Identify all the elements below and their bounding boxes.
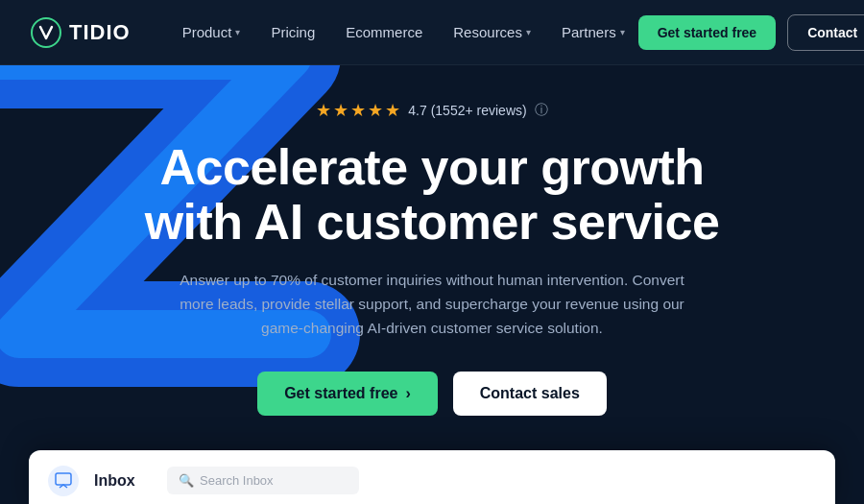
chevron-down-icon: ▾ <box>620 27 625 37</box>
logo[interactable]: TIDIO <box>31 17 131 48</box>
star-3: ★ <box>350 100 366 121</box>
info-icon: ⓘ <box>535 102 548 119</box>
tidio-logo-icon <box>31 17 61 48</box>
chevron-down-icon: ▾ <box>526 27 531 37</box>
arrow-icon: › <box>405 385 410 402</box>
hero-content: ★ ★ ★ ★ ★ 4.7 (1552+ reviews) ⓘ Accelera… <box>58 100 806 450</box>
nav-item-resources[interactable]: Resources ▾ <box>440 16 544 48</box>
star-4: ★ <box>368 100 383 121</box>
nav-item-pricing[interactable]: Pricing <box>257 16 328 48</box>
inbox-search-bar[interactable]: 🔍 Search Inbox <box>167 467 359 494</box>
hero-buttons: Get started free › Contact sales <box>257 372 607 416</box>
nav-get-started-button[interactable]: Get started free <box>638 15 776 50</box>
star-5: ★ <box>385 100 400 121</box>
star-1: ★ <box>316 100 331 121</box>
star-rating: ★ ★ ★ ★ ★ <box>316 100 400 121</box>
hero-get-started-button[interactable]: Get started free › <box>257 372 438 416</box>
inbox-preview-bar: Inbox 🔍 Search Inbox <box>29 450 835 504</box>
search-icon: 🔍 <box>179 473 194 488</box>
nav-contact-button[interactable]: Contact <box>787 14 864 51</box>
svg-rect-1 <box>56 473 71 485</box>
rating-score: 4.7 (1552+ reviews) <box>408 103 526 118</box>
rating-row: ★ ★ ★ ★ ★ 4.7 (1552+ reviews) ⓘ <box>316 100 547 121</box>
svg-point-0 <box>32 18 60 47</box>
nav-actions: Get started free Contact <box>638 14 864 51</box>
hero-subtitle: Answer up to 70% of customer inquiries w… <box>163 269 701 340</box>
hero-title: Accelerate your growth with AI customer … <box>145 140 720 250</box>
star-2: ★ <box>333 100 348 121</box>
nav-item-partners[interactable]: Partners ▾ <box>548 16 638 48</box>
inbox-chat-icon <box>48 466 79 496</box>
brand-name: TIDIO <box>69 20 131 45</box>
hero-section: ★ ★ ★ ★ ★ 4.7 (1552+ reviews) ⓘ Accelera… <box>0 65 864 504</box>
inbox-search-placeholder: Search Inbox <box>200 473 274 488</box>
inbox-label: Inbox <box>94 472 152 490</box>
hero-contact-sales-button[interactable]: Contact sales <box>453 372 607 416</box>
nav-item-ecommerce[interactable]: Ecommerce <box>332 16 436 48</box>
navbar: TIDIO Product ▾ Pricing Ecommerce Resour… <box>0 0 864 65</box>
nav-item-product[interactable]: Product ▾ <box>169 16 254 48</box>
chevron-down-icon: ▾ <box>235 27 240 37</box>
nav-links: Product ▾ Pricing Ecommerce Resources ▾ … <box>169 16 638 48</box>
